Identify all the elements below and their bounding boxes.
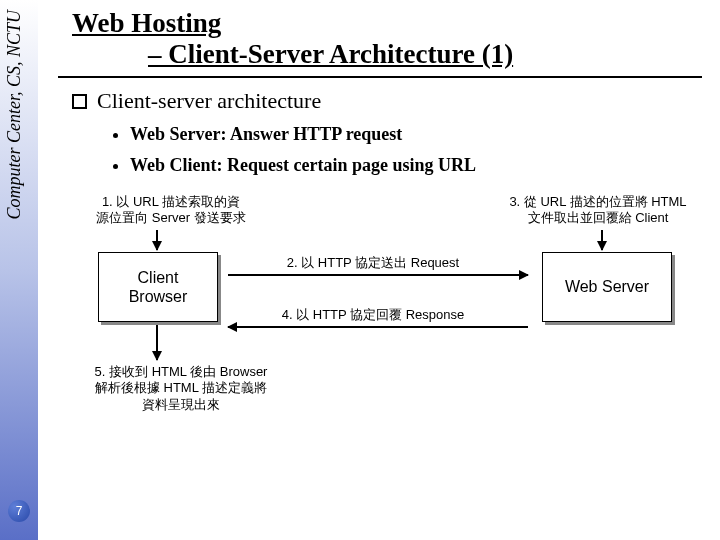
step-4-label: 4. 以 HTTP 協定回覆 Response <box>253 306 493 324</box>
section-heading: Client-server architecture <box>72 88 702 114</box>
architecture-diagram: 1. 以 URL 描述索取的資 源位置向 Server 發送要求 3. 從 UR… <box>58 194 698 454</box>
page-number-badge: 7 <box>8 500 30 522</box>
bullet-item: Web Server: Answer HTTP request <box>130 124 702 145</box>
title-line-1: Web Hosting <box>72 8 702 39</box>
client-box: Client Browser <box>98 252 218 322</box>
bullet-list: Web Server: Answer HTTP request Web Clie… <box>120 124 702 176</box>
slide-title: Web Hosting – Client-Server Architecture… <box>72 8 702 74</box>
title-divider <box>58 76 702 78</box>
section-heading-text: Client-server architecture <box>97 88 321 114</box>
server-box: Web Server <box>542 252 672 322</box>
step-2-label: 2. 以 HTTP 協定送出 Request <box>253 254 493 272</box>
step-3-note: 3. 從 URL 描述的位置將 HTML 文件取出並回覆給 Client <box>498 194 698 227</box>
bullet-item: Web Client: Request certain page using U… <box>130 155 702 176</box>
sidebar-label: Computer Center, CS, NCTU <box>4 10 25 220</box>
sidebar: Computer Center, CS, NCTU <box>0 0 38 540</box>
arrow-down-icon <box>156 230 158 250</box>
arrow-down-icon <box>156 324 158 360</box>
arrow-left-icon <box>228 326 528 328</box>
arrow-down-icon <box>601 230 603 250</box>
title-line-2: – Client-Server Architecture (1) <box>148 39 702 70</box>
step-1-note: 1. 以 URL 描述索取的資 源位置向 Server 發送要求 <box>76 194 266 227</box>
arrow-right-icon <box>228 274 528 276</box>
step-5-note: 5. 接收到 HTML 後由 Browser 解析後根據 HTML 描述定義將 … <box>76 364 286 413</box>
square-bullet-icon <box>72 94 87 109</box>
slide-content: Web Hosting – Client-Server Architecture… <box>58 8 702 454</box>
